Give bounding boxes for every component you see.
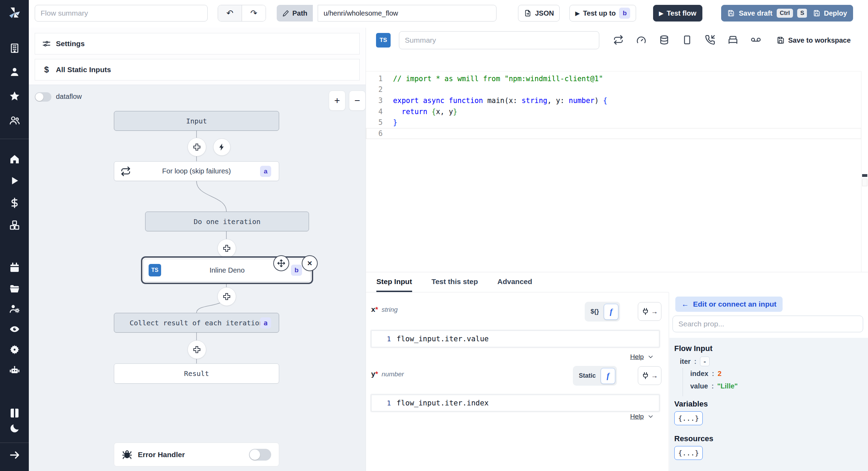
- line-number: 1: [372, 399, 397, 407]
- all-static-inputs-row[interactable]: $ All Static Inputs: [35, 59, 360, 80]
- field-y-mode-toggle[interactable]: Static f: [573, 366, 617, 386]
- calendar-icon[interactable]: [9, 262, 20, 273]
- code-token: {: [603, 96, 607, 105]
- folder-open-icon[interactable]: [9, 283, 20, 294]
- save-icon: [727, 9, 735, 17]
- path-input[interactable]: [318, 5, 496, 22]
- node-iteration[interactable]: Do one iteration: [145, 212, 309, 231]
- database-icon[interactable]: [659, 35, 669, 45]
- save-draft-button[interactable]: Save draft Ctrl S: [721, 5, 813, 22]
- move-node-button[interactable]: [273, 255, 289, 271]
- toggle-expr-option[interactable]: ${}: [586, 308, 603, 315]
- repeat-icon[interactable]: [613, 35, 624, 45]
- field-y-expr-input[interactable]: 1 flow_input.iter.index: [371, 395, 659, 411]
- cubes-icon[interactable]: [9, 220, 20, 231]
- test-up-to-button[interactable]: ▶ Test up to b: [569, 5, 636, 22]
- play-icon: ▶: [659, 10, 663, 17]
- toggle-static-option[interactable]: Static: [575, 372, 600, 379]
- code-line[interactable]: 2: [366, 84, 861, 95]
- bug-icon: [122, 449, 132, 460]
- field-y-connect-button[interactable]: →: [638, 366, 661, 385]
- square-icon[interactable]: [682, 35, 692, 45]
- static-inputs-label: All Static Inputs: [56, 66, 111, 74]
- undo-button[interactable]: ↶: [218, 5, 242, 21]
- plug-icon: [641, 307, 650, 316]
- gear-icon[interactable]: [9, 344, 20, 355]
- robot-icon[interactable]: [9, 365, 20, 376]
- prop-row-value[interactable]: value : "Lille": [690, 382, 738, 390]
- sidebar-divider: [0, 139, 29, 139]
- tab-advanced[interactable]: Advanced: [497, 272, 532, 292]
- required-asterisk: *: [375, 305, 378, 313]
- windmill-logo[interactable]: [7, 5, 23, 21]
- code-line[interactable]: 4 return {x, y}: [366, 106, 861, 117]
- voicemail-icon[interactable]: [751, 35, 761, 45]
- code-line[interactable]: 1// import * as wmill from "npm:windmill…: [366, 73, 861, 84]
- delete-node-button[interactable]: ×: [302, 255, 318, 271]
- node-collect[interactable]: Collect result of each iteration a: [114, 313, 279, 333]
- test-flow-button[interactable]: ▶ Test flow: [653, 5, 702, 22]
- arrow-right-icon[interactable]: [9, 449, 20, 461]
- field-x-expr-input[interactable]: 1 flow_input.iter.value: [371, 331, 659, 347]
- search-prop-input[interactable]: [673, 316, 863, 332]
- code-editor[interactable]: 1// import * as wmill from "npm:windmill…: [366, 71, 861, 272]
- collapse-button[interactable]: -: [700, 357, 710, 366]
- users-icon[interactable]: [9, 115, 20, 126]
- gauge-icon[interactable]: [636, 35, 646, 45]
- field-name: x: [371, 305, 375, 313]
- move-icon: [277, 259, 285, 267]
- node-result[interactable]: Result: [114, 363, 279, 384]
- path-chip[interactable]: Path: [277, 5, 313, 22]
- resources-object-button[interactable]: {...}: [674, 446, 703, 460]
- code-line[interactable]: 6: [366, 128, 861, 139]
- function-mode-chip[interactable]: f: [601, 368, 615, 384]
- field-x-mode-toggle[interactable]: ${} f: [585, 302, 620, 322]
- field-y-help-link[interactable]: Help: [609, 413, 654, 420]
- editor-scrollbar[interactable]: [861, 71, 868, 272]
- book-icon[interactable]: [9, 408, 20, 419]
- json-button[interactable]: JSON: [518, 5, 560, 22]
- star-icon[interactable]: [9, 91, 20, 102]
- moon-icon[interactable]: [9, 423, 20, 434]
- error-handler-toggle[interactable]: [249, 449, 271, 461]
- redo-button[interactable]: ↷: [242, 5, 266, 21]
- code-line[interactable]: 3export async function main(x: string, y…: [366, 95, 861, 106]
- building-icon[interactable]: [9, 43, 20, 54]
- tab-step-input[interactable]: Step Input: [376, 272, 412, 292]
- add-step-button[interactable]: [187, 340, 206, 359]
- code-token: {: [432, 108, 436, 116]
- bed-icon[interactable]: [728, 35, 738, 45]
- deploy-button[interactable]: Deploy: [807, 5, 853, 22]
- node-input[interactable]: Input: [114, 111, 279, 131]
- field-x-help-link[interactable]: Help: [609, 353, 654, 361]
- flow-summary-input[interactable]: [35, 5, 208, 22]
- tab-test-this-step[interactable]: Test this step: [432, 272, 478, 292]
- phone-incoming-icon[interactable]: [705, 35, 715, 45]
- eye-icon[interactable]: [9, 324, 20, 335]
- save-to-workspace-button[interactable]: Save to workspace: [776, 36, 851, 44]
- add-step-button[interactable]: [217, 287, 236, 306]
- function-mode-chip[interactable]: f: [604, 304, 618, 320]
- chevron-down-icon: [647, 413, 654, 420]
- user-icon[interactable]: [9, 66, 20, 77]
- field-x-connect-button[interactable]: →: [638, 302, 661, 321]
- user-cog-icon[interactable]: [9, 303, 20, 314]
- error-handler-row[interactable]: Error Handler: [114, 443, 279, 466]
- prop-row-iter[interactable]: iter : -: [680, 357, 710, 366]
- variables-object-button[interactable]: {...}: [674, 411, 703, 425]
- add-step-button[interactable]: [187, 138, 206, 156]
- home-icon[interactable]: [9, 154, 20, 165]
- edit-connect-input-button[interactable]: ← Edit or connect an input: [675, 297, 783, 312]
- play-icon[interactable]: [9, 175, 20, 186]
- add-trigger-button[interactable]: [213, 138, 231, 156]
- test-flow-label: Test flow: [667, 9, 696, 17]
- dollar-icon[interactable]: [9, 197, 20, 208]
- flow-settings-row[interactable]: Settings: [35, 33, 360, 54]
- code-line[interactable]: 5}: [366, 117, 861, 128]
- node-forloop[interactable]: For loop (skip failures) a: [114, 161, 279, 181]
- code-token: number: [569, 96, 594, 105]
- prop-row-index[interactable]: index : 2: [690, 370, 721, 378]
- field-type: number: [382, 370, 404, 378]
- add-step-button[interactable]: [217, 239, 236, 258]
- step-summary-input[interactable]: [399, 31, 599, 49]
